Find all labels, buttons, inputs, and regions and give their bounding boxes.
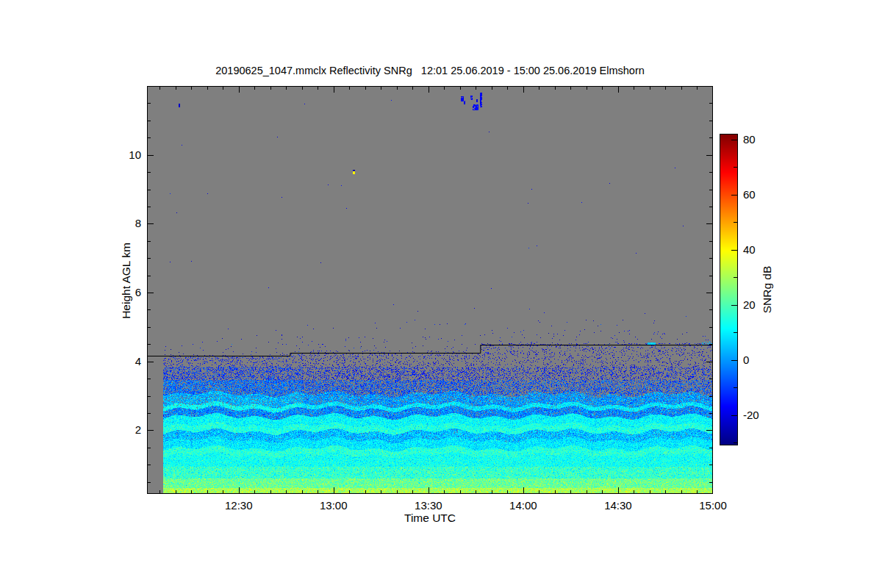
y-axis-label: Height AGL km: [120, 243, 133, 319]
colorbar-tick-label: 0: [743, 354, 780, 366]
colorbar-tick-label: 80: [743, 133, 780, 146]
y-tick-label: 6: [109, 286, 141, 298]
heatmap-plot-area: [147, 86, 713, 494]
y-tick-label: 4: [109, 355, 141, 368]
x-tick-label: 12:30: [217, 499, 261, 512]
y-tick-label: 10: [109, 148, 141, 161]
y-tick-label: 2: [109, 423, 141, 436]
x-tick-label: 14:30: [596, 499, 640, 512]
x-tick-label: 13:30: [406, 499, 451, 512]
chart-title: 20190625_1047.mmclx Reflectivity SNRg 12…: [147, 65, 713, 76]
colorbar-tick-label: 40: [743, 243, 780, 256]
y-tick-label: 8: [109, 217, 141, 229]
colorbar: [720, 134, 738, 445]
colorbar-tick-label: -20: [743, 409, 780, 421]
colorbar-tick-label: 20: [743, 298, 780, 311]
x-tick-label: 13:00: [312, 499, 356, 512]
x-tick-label: 15:00: [691, 499, 735, 512]
colorbar-tick-label: 60: [743, 188, 780, 201]
x-tick-label: 14:00: [501, 499, 545, 512]
x-axis-label: Time UTC: [147, 512, 713, 525]
radar-reflectivity-figure: 20190625_1047.mmclx Reflectivity SNRg 12…: [0, 0, 882, 588]
